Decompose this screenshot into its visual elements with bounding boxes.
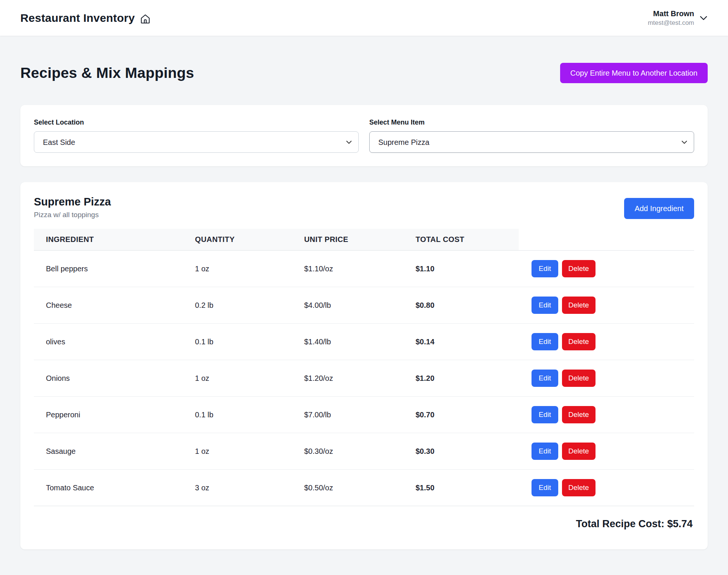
- brand: Restaurant Inventory: [20, 12, 151, 24]
- quantity-cell: 1 oz: [195, 447, 304, 456]
- row-actions: Edit Delete: [519, 260, 694, 277]
- table-row: Pepperoni 0.1 lb $7.00/lb $0.70 Edit Del…: [34, 397, 694, 433]
- table-row: Cheese 0.2 lb $4.00/lb $0.80 Edit Delete: [34, 287, 694, 324]
- table-row: Onions 1 oz $1.20/oz $1.20 Edit Delete: [34, 360, 694, 397]
- delete-button[interactable]: Delete: [562, 333, 595, 350]
- edit-button[interactable]: Edit: [532, 297, 558, 314]
- edit-button[interactable]: Edit: [532, 443, 558, 460]
- location-field: Select Location East Side: [34, 119, 359, 153]
- recipe-header: Supreme Pizza Pizza w/ all toppings Add …: [34, 196, 694, 219]
- home-icon[interactable]: [140, 14, 151, 24]
- total-cost-cell: $0.30: [416, 447, 519, 456]
- quantity-cell: 0.1 lb: [195, 338, 304, 346]
- ingredient-cell: Sasauge: [34, 447, 195, 456]
- table-row: olives 0.1 lb $1.40/lb $0.14 Edit Delete: [34, 324, 694, 360]
- ingredient-table: Ingredient Quantity Unit Price Total Cos…: [34, 229, 694, 506]
- table-row: Bell peppers 1 oz $1.10/oz $1.10 Edit De…: [34, 251, 694, 287]
- unit-price-cell: $0.30/oz: [304, 447, 416, 456]
- menu-item-label: Select Menu Item: [369, 119, 694, 126]
- app-title: Restaurant Inventory: [20, 12, 135, 24]
- edit-button[interactable]: Edit: [532, 370, 558, 387]
- ingredient-cell: Pepperoni: [34, 411, 195, 419]
- ingredient-cell: Tomato Sauce: [34, 484, 195, 492]
- ingredient-cell: Cheese: [34, 301, 195, 310]
- top-header: Restaurant Inventory Matt Brown mtest@te…: [0, 0, 728, 36]
- user-email: mtest@test.com: [648, 19, 694, 27]
- unit-price-cell: $4.00/lb: [304, 301, 416, 310]
- delete-button[interactable]: Delete: [562, 370, 595, 387]
- column-header-unit-price: Unit Price: [304, 229, 416, 250]
- delete-button[interactable]: Delete: [562, 443, 595, 460]
- location-select[interactable]: East Side: [34, 131, 359, 153]
- ingredient-cell: Bell peppers: [34, 265, 195, 273]
- total-cost-cell: $0.70: [416, 411, 519, 419]
- recipe-title-block: Supreme Pizza Pizza w/ all toppings: [34, 196, 111, 219]
- edit-button[interactable]: Edit: [532, 333, 558, 350]
- row-actions: Edit Delete: [519, 333, 694, 350]
- user-name: Matt Brown: [653, 9, 694, 18]
- quantity-cell: 3 oz: [195, 484, 304, 492]
- user-info: Matt Brown mtest@test.com: [648, 9, 694, 27]
- row-actions: Edit Delete: [519, 297, 694, 314]
- unit-price-cell: $1.20/oz: [304, 374, 416, 383]
- total-cost-cell: $1.50: [416, 484, 519, 492]
- unit-price-cell: $0.50/oz: [304, 484, 416, 492]
- row-actions: Edit Delete: [519, 479, 694, 496]
- delete-button[interactable]: Delete: [562, 406, 595, 423]
- ingredient-cell: olives: [34, 338, 195, 346]
- recipe-description: Pizza w/ all toppings: [34, 211, 111, 219]
- quantity-cell: 0.1 lb: [195, 411, 304, 419]
- ingredient-table-body: Bell peppers 1 oz $1.10/oz $1.10 Edit De…: [34, 251, 694, 506]
- row-actions: Edit Delete: [519, 406, 694, 423]
- user-menu[interactable]: Matt Brown mtest@test.com: [648, 9, 708, 27]
- unit-price-cell: $1.10/oz: [304, 265, 416, 273]
- edit-button[interactable]: Edit: [532, 479, 558, 496]
- quantity-cell: 1 oz: [195, 265, 304, 273]
- total-cost-cell: $0.14: [416, 338, 519, 346]
- column-header-quantity: Quantity: [195, 229, 304, 250]
- unit-price-cell: $1.40/lb: [304, 338, 416, 346]
- delete-button[interactable]: Delete: [562, 479, 595, 496]
- column-header-actions: [519, 229, 694, 250]
- location-label: Select Location: [34, 119, 359, 126]
- edit-button[interactable]: Edit: [532, 406, 558, 423]
- total-row: Total Recipe Cost: $5.74: [34, 506, 694, 533]
- table-header-row: Ingredient Quantity Unit Price Total Cos…: [34, 229, 694, 251]
- menu-item-field: Select Menu Item Supreme Pizza: [369, 119, 694, 153]
- total-cost-cell: $1.20: [416, 374, 519, 383]
- column-header-total-cost: Total Cost: [416, 229, 519, 250]
- row-actions: Edit Delete: [519, 443, 694, 460]
- total-cost-cell: $1.10: [416, 265, 519, 273]
- edit-button[interactable]: Edit: [532, 260, 558, 277]
- ingredient-cell: Onions: [34, 374, 195, 383]
- total-cost-cell: $0.80: [416, 301, 519, 310]
- total-recipe-cost: Total Recipe Cost: $5.74: [576, 518, 693, 529]
- recipe-name: Supreme Pizza: [34, 196, 111, 208]
- delete-button[interactable]: Delete: [562, 260, 595, 277]
- add-ingredient-button[interactable]: Add Ingredient: [624, 198, 694, 219]
- recipe-card: Supreme Pizza Pizza w/ all toppings Add …: [20, 182, 708, 549]
- quantity-cell: 0.2 lb: [195, 301, 304, 310]
- page-header: Recipes & Mix Mappings Copy Entire Menu …: [20, 63, 708, 83]
- table-row: Tomato Sauce 3 oz $0.50/oz $1.50 Edit De…: [34, 470, 694, 506]
- delete-button[interactable]: Delete: [562, 297, 595, 314]
- page-title: Recipes & Mix Mappings: [20, 65, 194, 81]
- menu-item-select[interactable]: Supreme Pizza: [369, 131, 694, 153]
- unit-price-cell: $7.00/lb: [304, 411, 416, 419]
- table-row: Sasauge 1 oz $0.30/oz $0.30 Edit Delete: [34, 433, 694, 470]
- filters-card: Select Location East Side Select Menu It…: [20, 105, 708, 166]
- copy-menu-button[interactable]: Copy Entire Menu to Another Location: [560, 63, 708, 83]
- quantity-cell: 1 oz: [195, 374, 304, 383]
- row-actions: Edit Delete: [519, 370, 694, 387]
- chevron-down-icon: [699, 15, 708, 21]
- column-header-ingredient: Ingredient: [34, 229, 195, 250]
